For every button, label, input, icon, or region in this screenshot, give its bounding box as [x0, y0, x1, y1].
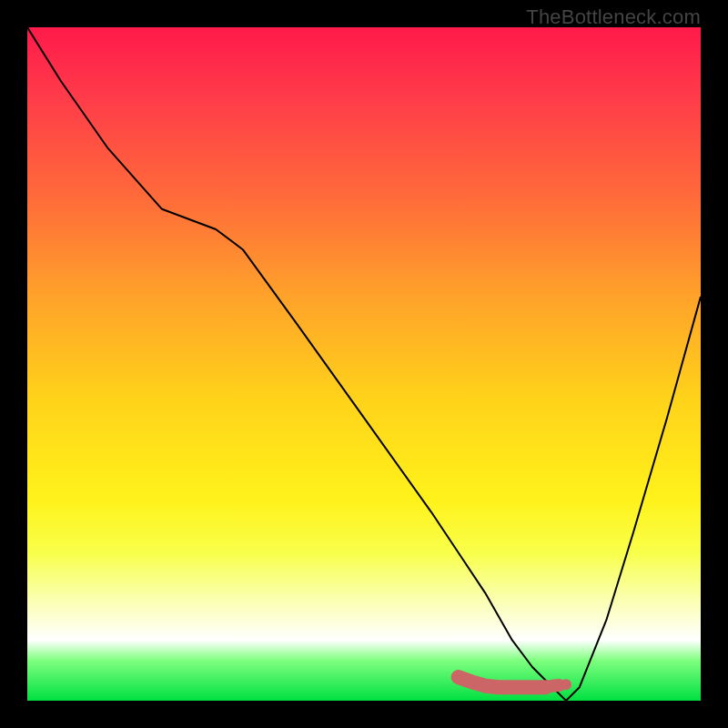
attribution-text: TheBottleneck.com	[526, 5, 701, 29]
gradient-background	[27, 27, 701, 701]
chart-canvas: TheBottleneck.com	[0, 0, 728, 728]
plot-area	[27, 27, 701, 701]
